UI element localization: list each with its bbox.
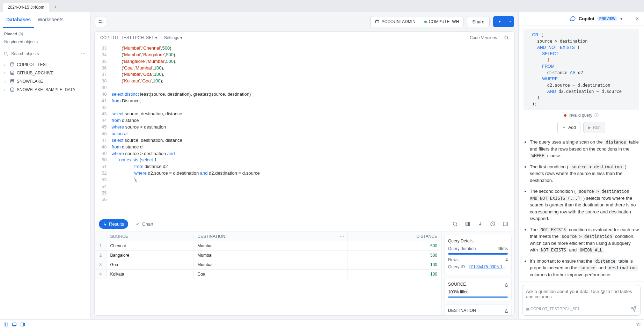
copilot-add-button[interactable]: ＋Add: [557, 122, 580, 133]
database-label: SNOWFLAKE: [17, 79, 43, 84]
sql-editor[interactable]: 3334353637383940414243444546474849505152…: [95, 44, 514, 216]
database-icon: [10, 71, 15, 75]
window-tabbar: 2024-04-15 3:46pm ＋: [0, 0, 644, 12]
source-filled: 100% filled: [448, 290, 508, 294]
send-icon[interactable]: [630, 306, 637, 312]
database-item[interactable]: ›SNOWFLAKE: [0, 77, 90, 86]
copilot-input[interactable]: [526, 289, 637, 303]
database-tree: ›COPILOT_TEST›GITHUB_ARCHIVE›SNOWFLAKE›S…: [0, 59, 90, 319]
query-details-panel: Query Details⋯ Query duration46ms Rows4 …: [441, 232, 514, 315]
close-icon[interactable]: ✕: [635, 16, 639, 21]
svg-rect-10: [375, 21, 379, 23]
query-duration: 46ms: [498, 246, 508, 251]
role-icon: [375, 19, 380, 24]
pinned-count: (0): [19, 32, 23, 36]
copilot-bullet: The NOT EXISTS condition is evaluated fo…: [530, 226, 639, 254]
database-icon: [10, 87, 15, 92]
run-button[interactable]: [493, 16, 506, 27]
results-icon: ↳: [103, 221, 107, 227]
copilot-icon: [570, 15, 576, 22]
database-item[interactable]: ›COPILOT_TEST: [0, 60, 90, 69]
column-header[interactable]: SOURCE: [107, 232, 194, 241]
panel-icon-2[interactable]: [12, 322, 17, 327]
svg-point-8: [100, 20, 101, 21]
invalid-query-label: Invalid query: [569, 112, 592, 118]
history-icon[interactable]: [488, 219, 498, 229]
panel-toggle-icon[interactable]: [500, 219, 510, 229]
sidebar-more-icon[interactable]: ⋯: [80, 51, 87, 56]
svg-point-5: [10, 88, 14, 89]
chevron-right-icon: ›: [4, 71, 8, 75]
copilot-dropdown-icon[interactable]: ▾: [620, 16, 623, 21]
copilot-panel: Copilot PREVIEW ▾ ✕ OR ( source > destin…: [518, 12, 644, 319]
code-versions-link[interactable]: Code Versions: [470, 35, 497, 40]
nav-worksheets[interactable]: Worksheets: [34, 12, 67, 28]
copilot-bullet: The second condition ( source > destinat…: [530, 188, 639, 222]
table-row[interactable]: 4KolkataGoa100: [95, 270, 441, 279]
context-breadcrumb[interactable]: COPILOT_TEST.TPCH_SF1 ▾: [100, 35, 157, 40]
filter-button[interactable]: [95, 16, 106, 27]
error-dot-icon: [564, 114, 566, 117]
panel-icon-1[interactable]: [3, 322, 8, 327]
svg-line-12: [507, 39, 508, 40]
results-tab[interactable]: ↳Results: [99, 219, 128, 229]
columns-icon[interactable]: [463, 219, 473, 229]
svg-point-9: [101, 22, 102, 23]
chart-tab[interactable]: Chart: [131, 219, 158, 229]
database-icon: [10, 79, 15, 84]
copilot-run-button: ▶Run: [583, 122, 605, 133]
role-label: ACCOUNTADMIN: [382, 19, 416, 24]
database-icon: [10, 62, 15, 67]
share-button[interactable]: Share: [467, 16, 490, 27]
database-item[interactable]: ›SNOWFLAKE_SAMPLE_DATA: [0, 86, 90, 94]
chevron-down-icon: ▾: [155, 35, 157, 40]
settings-link[interactable]: Settings ▾: [164, 35, 183, 40]
column-header[interactable]: DESTINATION: [194, 232, 310, 241]
filled-bar: [448, 297, 508, 298]
sort-icon[interactable]: A̲: [505, 308, 508, 313]
table-row[interactable]: 1ChennaiMumbai500: [95, 241, 441, 251]
column-header[interactable]: DISTANCE: [348, 232, 441, 241]
sort-icon[interactable]: A̲: [505, 282, 508, 287]
svg-rect-16: [467, 222, 468, 226]
search-objects-input[interactable]: [11, 51, 77, 56]
panel-icon-3[interactable]: [20, 322, 25, 327]
table-row[interactable]: 2BangaloreMumbai500: [95, 251, 441, 260]
left-sidebar: Databases Worksheets Pinned(0) No pinned…: [0, 12, 91, 319]
database-item[interactable]: ›GITHUB_ARCHIVE: [0, 69, 90, 77]
svg-point-13: [453, 222, 456, 225]
nav-databases[interactable]: Databases: [3, 12, 34, 28]
results-search-icon[interactable]: [450, 219, 460, 229]
pinned-empty: No pinned objects: [4, 39, 86, 44]
copilot-sql-snippet: OR ( source > destination AND NOT EXISTS…: [524, 29, 639, 110]
dest-column-title: DESTINATION: [448, 308, 476, 313]
svg-point-4: [10, 79, 14, 81]
new-tab-button[interactable]: ＋: [51, 2, 60, 12]
context-db-icon: ▣: [526, 307, 529, 311]
copilot-context[interactable]: COPILOT_TEST.TPCH_SF1: [530, 307, 580, 311]
info-icon[interactable]: ⓘ: [594, 112, 599, 118]
svg-line-1: [7, 54, 8, 56]
svg-rect-17: [469, 222, 470, 226]
details-more-icon[interactable]: ⋯: [501, 239, 508, 243]
copilot-bullet: It's important to ensure that the distan…: [530, 258, 639, 278]
source-column-title: SOURCE: [448, 282, 466, 287]
database-label: COPILOT_TEST: [17, 62, 48, 67]
svg-rect-26: [23, 323, 25, 326]
preview-badge: PREVIEW: [597, 16, 617, 21]
run-dropdown[interactable]: [506, 16, 514, 27]
results-grid[interactable]: SOURCEDESTINATION⋯DISTANCE1ChennaiMumbai…: [95, 232, 441, 315]
query-id-link[interactable]: 01b3b475-0305-140d-...: [469, 264, 508, 269]
warehouse-label: COMPUTE_WH: [429, 19, 459, 24]
help-icon[interactable]: ?⃝: [636, 322, 641, 327]
copilot-title: Copilot: [579, 16, 594, 21]
worksheet-tab[interactable]: 2024-04-15 3:46pm: [3, 3, 49, 12]
chevron-right-icon: ›: [4, 79, 8, 84]
chart-icon: [135, 221, 140, 226]
svg-rect-15: [466, 222, 467, 226]
context-selector[interactable]: ACCOUNTADMIN COMPUTE_WH: [370, 16, 464, 27]
editor-search-icon[interactable]: [504, 35, 509, 40]
download-icon[interactable]: [475, 219, 485, 229]
table-row[interactable]: 3GoaMumbai100: [95, 260, 441, 270]
svg-rect-19: [503, 222, 507, 226]
